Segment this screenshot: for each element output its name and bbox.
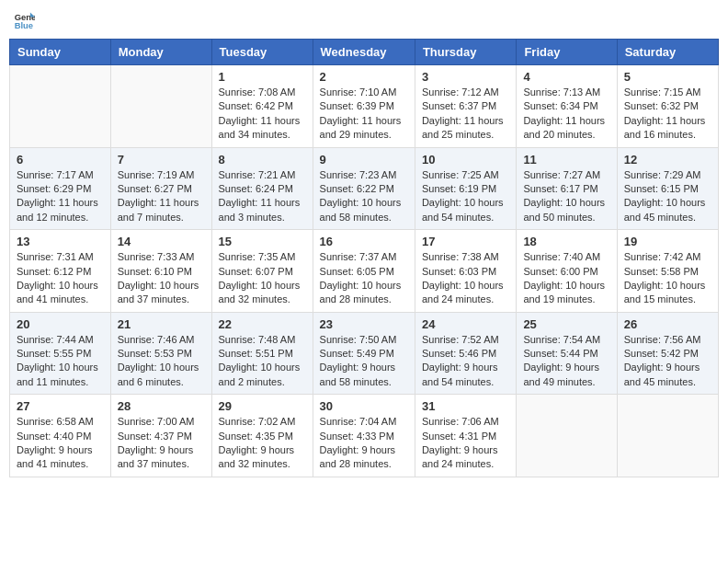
day-number: 26 (624, 317, 711, 331)
day-info: Sunrise: 7:44 AMSunset: 5:55 PMDaylight:… (17, 333, 104, 390)
day-number: 24 (422, 317, 509, 331)
calendar-cell: 21Sunrise: 7:46 AMSunset: 5:53 PMDayligh… (110, 312, 211, 395)
day-number: 12 (624, 153, 711, 167)
calendar-cell: 11Sunrise: 7:27 AMSunset: 6:17 PMDayligh… (517, 147, 617, 230)
day-number: 8 (219, 153, 306, 167)
day-info: Sunrise: 7:48 AMSunset: 5:51 PMDaylight:… (219, 333, 306, 390)
calendar-cell: 19Sunrise: 7:42 AMSunset: 5:58 PMDayligh… (617, 230, 718, 313)
day-info: Sunrise: 7:23 AMSunset: 6:22 PMDaylight:… (320, 168, 408, 225)
calendar-cell: 6Sunrise: 7:17 AMSunset: 6:29 PMDaylight… (10, 147, 111, 230)
day-number: 6 (17, 153, 104, 167)
day-info: Sunrise: 7:29 AMSunset: 6:15 PMDaylight:… (624, 168, 711, 225)
column-header-saturday: Saturday (617, 40, 718, 65)
day-number: 21 (118, 317, 205, 331)
calendar-cell: 24Sunrise: 7:52 AMSunset: 5:46 PMDayligh… (415, 312, 516, 395)
day-number: 11 (523, 153, 609, 167)
calendar-cell: 20Sunrise: 7:44 AMSunset: 5:55 PMDayligh… (10, 312, 111, 395)
day-number: 27 (17, 399, 104, 413)
calendar-week-3: 13Sunrise: 7:31 AMSunset: 6:12 PMDayligh… (10, 230, 719, 313)
day-info: Sunrise: 7:27 AMSunset: 6:17 PMDaylight:… (523, 168, 609, 225)
column-header-sunday: Sunday (10, 40, 111, 65)
day-info: Sunrise: 7:54 AMSunset: 5:44 PMDaylight:… (523, 333, 609, 390)
calendar-cell: 5Sunrise: 7:15 AMSunset: 6:32 PMDaylight… (617, 65, 718, 148)
day-number: 5 (624, 70, 711, 84)
day-number: 2 (320, 70, 408, 84)
calendar-cell: 2Sunrise: 7:10 AMSunset: 6:39 PMDaylight… (313, 65, 415, 148)
calendar-cell: 14Sunrise: 7:33 AMSunset: 6:10 PMDayligh… (110, 230, 211, 313)
calendar-cell: 28Sunrise: 7:00 AMSunset: 4:37 PMDayligh… (110, 395, 211, 477)
day-number: 4 (523, 70, 609, 84)
calendar-cell (517, 395, 617, 477)
calendar-cell: 26Sunrise: 7:56 AMSunset: 5:42 PMDayligh… (617, 312, 718, 395)
day-info: Sunrise: 7:10 AMSunset: 6:39 PMDaylight:… (320, 86, 408, 143)
calendar-week-2: 6Sunrise: 7:17 AMSunset: 6:29 PMDaylight… (10, 147, 719, 230)
column-header-wednesday: Wednesday (313, 40, 415, 65)
calendar-cell: 7Sunrise: 7:19 AMSunset: 6:27 PMDaylight… (110, 147, 211, 230)
day-number: 19 (624, 235, 711, 248)
column-header-monday: Monday (110, 40, 211, 65)
day-number: 28 (118, 399, 205, 413)
day-info: Sunrise: 7:31 AMSunset: 6:12 PMDaylight:… (17, 250, 104, 307)
calendar-cell: 3Sunrise: 7:12 AMSunset: 6:37 PMDaylight… (415, 65, 516, 148)
calendar-cell: 1Sunrise: 7:08 AMSunset: 6:42 PMDaylight… (211, 65, 313, 148)
day-number: 22 (219, 317, 306, 331)
column-header-friday: Friday (517, 40, 617, 65)
calendar-cell: 23Sunrise: 7:50 AMSunset: 5:49 PMDayligh… (313, 312, 415, 395)
day-info: Sunrise: 7:50 AMSunset: 5:49 PMDaylight:… (320, 333, 408, 390)
calendar-cell (617, 395, 718, 477)
day-number: 13 (17, 235, 104, 248)
day-number: 14 (118, 235, 205, 248)
calendar-cell: 29Sunrise: 7:02 AMSunset: 4:35 PMDayligh… (211, 395, 313, 477)
day-info: Sunrise: 7:40 AMSunset: 6:00 PMDaylight:… (523, 250, 609, 307)
day-info: Sunrise: 7:37 AMSunset: 6:05 PMDaylight:… (320, 250, 408, 307)
day-info: Sunrise: 7:38 AMSunset: 6:03 PMDaylight:… (422, 250, 509, 307)
day-info: Sunrise: 7:00 AMSunset: 4:37 PMDaylight:… (118, 415, 205, 472)
day-info: Sunrise: 7:04 AMSunset: 4:33 PMDaylight:… (320, 415, 408, 472)
day-info: Sunrise: 7:06 AMSunset: 4:31 PMDaylight:… (422, 415, 509, 472)
calendar-cell (10, 65, 111, 148)
day-number: 1 (219, 70, 306, 84)
calendar-cell: 30Sunrise: 7:04 AMSunset: 4:33 PMDayligh… (313, 395, 415, 477)
day-info: Sunrise: 7:02 AMSunset: 4:35 PMDaylight:… (219, 415, 306, 472)
day-number: 25 (523, 317, 609, 331)
day-number: 7 (118, 153, 205, 167)
svg-text:Blue: Blue (15, 20, 33, 30)
day-info: Sunrise: 7:56 AMSunset: 5:42 PMDaylight:… (624, 333, 711, 390)
day-info: Sunrise: 7:46 AMSunset: 5:53 PMDaylight:… (118, 333, 205, 390)
calendar-cell: 17Sunrise: 7:38 AMSunset: 6:03 PMDayligh… (415, 230, 516, 313)
calendar-cell (110, 65, 211, 148)
column-header-thursday: Thursday (415, 40, 516, 65)
calendar-cell: 10Sunrise: 7:25 AMSunset: 6:19 PMDayligh… (415, 147, 516, 230)
day-info: Sunrise: 7:19 AMSunset: 6:27 PMDaylight:… (118, 168, 205, 225)
day-number: 30 (320, 399, 408, 413)
day-info: Sunrise: 7:25 AMSunset: 6:19 PMDaylight:… (422, 168, 509, 225)
day-number: 29 (219, 399, 306, 413)
day-number: 17 (422, 235, 509, 248)
calendar-cell: 25Sunrise: 7:54 AMSunset: 5:44 PMDayligh… (517, 312, 617, 395)
day-info: Sunrise: 7:42 AMSunset: 5:58 PMDaylight:… (624, 250, 711, 307)
day-number: 20 (17, 317, 104, 331)
day-info: Sunrise: 7:21 AMSunset: 6:24 PMDaylight:… (219, 168, 306, 225)
day-number: 23 (320, 317, 408, 331)
calendar-cell: 4Sunrise: 7:13 AMSunset: 6:34 PMDaylight… (517, 65, 617, 148)
day-info: Sunrise: 7:13 AMSunset: 6:34 PMDaylight:… (523, 86, 609, 143)
calendar-cell: 9Sunrise: 7:23 AMSunset: 6:22 PMDaylight… (313, 147, 415, 230)
page-header: General Blue (9, 9, 719, 31)
calendar-cell: 8Sunrise: 7:21 AMSunset: 6:24 PMDaylight… (211, 147, 313, 230)
day-info: Sunrise: 6:58 AMSunset: 4:40 PMDaylight:… (17, 415, 104, 472)
calendar-cell: 18Sunrise: 7:40 AMSunset: 6:00 PMDayligh… (517, 230, 617, 313)
calendar-week-1: 1Sunrise: 7:08 AMSunset: 6:42 PMDaylight… (10, 65, 719, 148)
day-number: 31 (422, 399, 509, 413)
calendar-cell: 12Sunrise: 7:29 AMSunset: 6:15 PMDayligh… (617, 147, 718, 230)
calendar-week-4: 20Sunrise: 7:44 AMSunset: 5:55 PMDayligh… (10, 312, 719, 395)
day-info: Sunrise: 7:33 AMSunset: 6:10 PMDaylight:… (118, 250, 205, 307)
day-number: 15 (219, 235, 306, 248)
calendar-cell: 22Sunrise: 7:48 AMSunset: 5:51 PMDayligh… (211, 312, 313, 395)
day-number: 16 (320, 235, 408, 248)
calendar-header-row: SundayMondayTuesdayWednesdayThursdayFrid… (10, 40, 719, 65)
calendar-cell: 15Sunrise: 7:35 AMSunset: 6:07 PMDayligh… (211, 230, 313, 313)
calendar-cell: 16Sunrise: 7:37 AMSunset: 6:05 PMDayligh… (313, 230, 415, 313)
day-number: 18 (523, 235, 609, 248)
day-info: Sunrise: 7:12 AMSunset: 6:37 PMDaylight:… (422, 86, 509, 143)
calendar-week-5: 27Sunrise: 6:58 AMSunset: 4:40 PMDayligh… (10, 395, 719, 477)
